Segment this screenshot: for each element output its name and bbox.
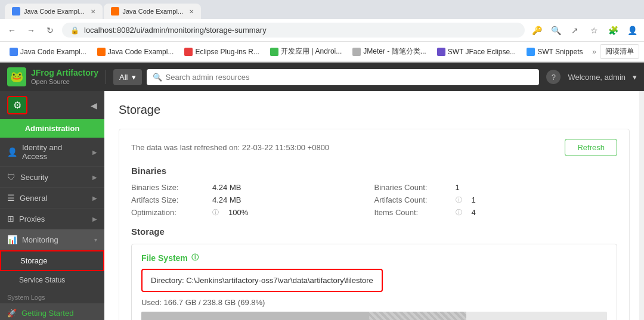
binaries-count-value: 1 bbox=[456, 183, 460, 192]
tab-2-close[interactable]: ✕ bbox=[189, 8, 194, 15]
proxies-arrow-icon: ▶ bbox=[92, 216, 97, 222]
bookmark-1-label: Java Code Exampl... bbox=[20, 48, 86, 56]
bookmark-2[interactable]: Java Code Exampl... bbox=[92, 46, 179, 58]
sidebar-item-general-label: General bbox=[20, 194, 88, 203]
back-button[interactable]: ← bbox=[5, 23, 19, 38]
search-select-dropdown[interactable]: All ▾ bbox=[113, 69, 141, 85]
user-menu-arrow[interactable]: ▾ bbox=[633, 73, 637, 82]
jfrog-logo: 🐸 bbox=[7, 67, 26, 86]
sidebar-item-identity-label: Identity and Access bbox=[22, 143, 88, 161]
address-bar[interactable]: 🔒 localhost:8082/ui/admin/monitoring/sto… bbox=[62, 23, 525, 38]
bookmark-7[interactable]: SWT Snippets bbox=[522, 46, 587, 58]
artifacts-size-label: Artifacts Size: bbox=[131, 195, 203, 204]
sidebar-item-monitoring[interactable]: 📊 Monitoring ▾ bbox=[0, 229, 104, 250]
bookmark-3-icon bbox=[184, 48, 193, 56]
bookmark-4-label: 开发应用 | Androi... bbox=[281, 46, 342, 57]
refresh-info-text: The data was last refreshed on: 22-03-22… bbox=[131, 143, 329, 152]
stat-artifacts-size: Artifacts Size: 4.24 MB bbox=[131, 195, 374, 204]
identity-arrow-icon: ▶ bbox=[92, 149, 97, 156]
address-text: localhost:8082/ui/admin/monitoring/stora… bbox=[84, 26, 267, 35]
forward-button[interactable]: → bbox=[24, 23, 38, 38]
system-logs-label: System Logs bbox=[0, 289, 104, 303]
key-icon[interactable]: 🔑 bbox=[530, 23, 544, 38]
topbar-right: ? Welcome, admin ▾ bbox=[546, 70, 637, 84]
sidebar-item-security[interactable]: 🛡 Security ▶ bbox=[0, 167, 104, 188]
sidebar-subitem-storage[interactable]: Storage bbox=[0, 250, 104, 271]
search-input[interactable] bbox=[166, 73, 534, 82]
stat-binaries-count: Binaries Count: 1 bbox=[374, 183, 618, 192]
file-system-card: File System ⓘ Directory: C:\Jenkins\arti… bbox=[131, 244, 617, 320]
extensions-icon[interactable]: 🧩 bbox=[606, 23, 620, 38]
bookmarks-more[interactable]: » bbox=[592, 48, 596, 56]
binaries-count-label: Binaries Count: bbox=[374, 183, 446, 192]
sidebar-item-general[interactable]: ☰ General ▶ bbox=[0, 188, 104, 209]
artifacts-size-value: 4.24 MB bbox=[212, 195, 241, 204]
zoom-icon[interactable]: 🔍 bbox=[549, 23, 563, 38]
bookmark-2-icon bbox=[97, 48, 106, 56]
sidebar-collapse-button[interactable]: ◀ bbox=[91, 101, 97, 110]
items-count-label: Items Count: bbox=[374, 208, 446, 217]
bookmark-3-label: Eclipse Plug-ins R... bbox=[195, 48, 259, 56]
bookmark-3[interactable]: Eclipse Plug-ins R... bbox=[179, 46, 264, 58]
bookmark-5-label: JMeter - 随笔分类... bbox=[363, 46, 426, 57]
directory-box: Directory: C:\Jenkins\artifactory-oss7\v… bbox=[141, 269, 383, 292]
tab-1-label: Java Code Exampl... bbox=[24, 8, 85, 15]
file-system-info-icon: ⓘ bbox=[191, 253, 199, 263]
sidebar-subitem-service-status[interactable]: Service Status bbox=[0, 271, 104, 289]
file-system-label: File System bbox=[141, 253, 188, 263]
bookmark-4[interactable]: 开发应用 | Androi... bbox=[265, 45, 346, 58]
sidebar-item-security-label: Security bbox=[20, 173, 88, 182]
help-button[interactable]: ? bbox=[546, 70, 561, 84]
reload-button[interactable]: ↻ bbox=[43, 23, 57, 38]
stat-items-count: Items Count: ⓘ 4 bbox=[374, 208, 618, 217]
optimization-label: Optimization: bbox=[131, 208, 203, 217]
gear-button[interactable]: ⚙ bbox=[7, 96, 27, 114]
security-arrow-icon: ▶ bbox=[92, 174, 97, 181]
getting-started-icon: 🚀 bbox=[7, 309, 17, 318]
browser-nav: ← → ↻ 🔒 localhost:8082/ui/admin/monitori… bbox=[0, 19, 644, 42]
binaries-size-label: Binaries Size: bbox=[131, 183, 203, 192]
artifacts-count-info-icon: ⓘ bbox=[456, 195, 462, 204]
stats-grid: Binaries Size: 4.24 MB Binaries Count: 1… bbox=[131, 183, 617, 217]
sidebar-item-identity[interactable]: 👤 Identity and Access ▶ bbox=[0, 138, 104, 167]
profile-icon[interactable]: 👤 bbox=[625, 23, 639, 38]
bookmark-1[interactable]: Java Code Exampl... bbox=[5, 46, 91, 58]
monitoring-arrow-icon: ▾ bbox=[94, 237, 97, 243]
storage-info-section: The data was last refreshed on: 22-03-22… bbox=[119, 129, 630, 320]
directory-text: Directory: C:\Jenkins\artifactory-oss7\v… bbox=[151, 276, 373, 285]
storage-progress-bar bbox=[141, 312, 607, 320]
bookmark-5[interactable]: JMeter - 随笔分类... bbox=[348, 45, 431, 58]
scrollbar-track[interactable] bbox=[639, 91, 644, 320]
progress-fill bbox=[141, 312, 466, 320]
refresh-button[interactable]: Refresh bbox=[565, 139, 617, 156]
storage-subsection: Storage File System ⓘ Directory: C:\Jenk… bbox=[131, 226, 617, 320]
sidebar-item-proxies[interactable]: ⊞ Proxies ▶ bbox=[0, 209, 104, 229]
chevron-down-icon: ▾ bbox=[132, 73, 136, 82]
sidebar: ⚙ ◀ Administration 👤 Identity and Access… bbox=[0, 91, 104, 320]
bookmark-icon[interactable]: ☆ bbox=[587, 23, 601, 38]
monitoring-icon: 📊 bbox=[7, 235, 17, 244]
stat-optimization: Optimization: ⓘ 100% bbox=[131, 208, 374, 217]
tab-2-label: Java Code Exampl... bbox=[123, 8, 184, 15]
share-icon[interactable]: ↗ bbox=[568, 23, 582, 38]
bookmark-7-label: SWT Snippets bbox=[537, 48, 583, 56]
page-title: Storage bbox=[119, 103, 630, 117]
logo-sub: Open Source bbox=[31, 78, 98, 86]
bookmark-2-label: Java Code Exampl... bbox=[108, 48, 174, 56]
app-layout: ⚙ ◀ Administration 👤 Identity and Access… bbox=[0, 91, 644, 320]
bookmark-6-icon bbox=[437, 48, 445, 56]
optimization-value: 100% bbox=[228, 208, 248, 217]
general-icon: ☰ bbox=[7, 193, 15, 203]
browser-tab-1[interactable]: Java Code Exampl... ✕ bbox=[5, 4, 103, 19]
service-status-label: Service Status bbox=[19, 276, 65, 284]
bookmark-4-icon bbox=[270, 48, 278, 56]
reading-list[interactable]: 阅读清单 bbox=[600, 44, 639, 59]
browser-tab-2[interactable]: Java Code Exampl... ✕ bbox=[104, 4, 202, 19]
bookmark-6[interactable]: SWT JFace Eclipse... bbox=[432, 46, 521, 58]
browser-chrome: Java Code Exampl... ✕ Java Code Exampl..… bbox=[0, 0, 644, 63]
binaries-title: Binaries bbox=[131, 166, 617, 176]
usage-text: Used: 166.7 GB / 238.8 GB (69.8%) bbox=[141, 298, 607, 307]
getting-started-item[interactable]: 🚀 Getting Started bbox=[0, 303, 104, 320]
getting-started-label: Getting Started bbox=[21, 309, 73, 318]
tab-1-close[interactable]: ✕ bbox=[91, 8, 95, 15]
